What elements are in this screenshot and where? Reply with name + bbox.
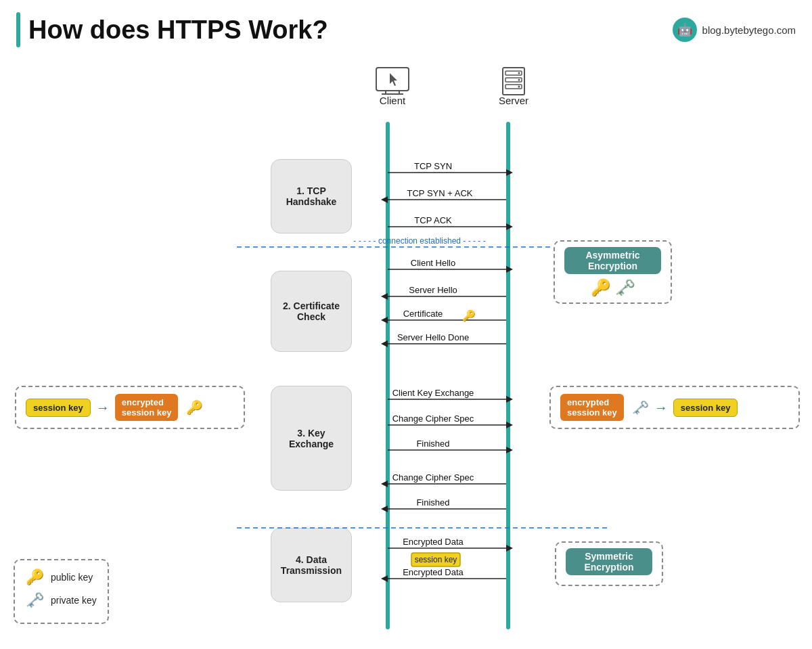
svg-text:TCP SYN: TCP SYN <box>414 161 452 171</box>
step3-label: 3. KeyExchange <box>289 428 334 449</box>
legend-private-key-text: private key <box>51 595 97 606</box>
svg-text:Encrypted  Data: Encrypted Data <box>403 537 464 547</box>
right-private-key-icon: 🗝️ <box>632 399 649 416</box>
public-key-icon-asym: 🔑 <box>591 278 611 297</box>
left-session-arrow-icon: → <box>96 400 110 416</box>
client-vline <box>386 122 390 629</box>
svg-text:session key: session key <box>415 555 457 564</box>
svg-text:TCP ACK: TCP ACK <box>414 215 452 225</box>
svg-text:- - - - - connection establish: - - - - - connection established - - - -… <box>353 236 485 246</box>
right-session-box: encryptedsession key 🗝️ → session key <box>549 386 800 429</box>
step4-box: 4. DataTransmission <box>271 528 352 602</box>
svg-text:Finished: Finished <box>416 439 449 449</box>
brand-text: blog.bytebytego.com <box>702 24 796 36</box>
svg-point-10 <box>518 86 520 88</box>
brand: 🤖 blog.bytebytego.com <box>673 18 796 42</box>
right-session-key-label: session key <box>673 399 738 417</box>
step3-box: 3. KeyExchange <box>271 386 352 491</box>
svg-text:Certificate: Certificate <box>403 309 443 319</box>
legend-public-key-icon: 🔑 <box>26 568 44 586</box>
right-encrypted-session-key: encryptedsession key <box>560 394 624 421</box>
svg-text:Client Key Exchange: Client Key Exchange <box>392 388 474 398</box>
legend-box: 🔑 public key 🗝️ private key <box>14 559 109 624</box>
title-bar: How does HTTPS Work? 🤖 blog.bytebytego.c… <box>0 0 812 47</box>
title-accent <box>16 12 20 47</box>
diagram: Client Server 1. TCPHandshake 2. Certifi… <box>0 54 812 643</box>
server-vline <box>506 122 510 629</box>
right-session-arrow-icon: → <box>654 400 668 416</box>
step1-label: 1. TCPHandshake <box>286 185 337 207</box>
page-title: How does HTTPS Work? <box>28 16 328 45</box>
svg-text:Change Cipher Spec: Change Cipher Spec <box>392 472 474 483</box>
step4-label: 4. DataTransmission <box>281 554 342 576</box>
left-session-box: session key → encryptedsession key 🔑 <box>15 386 245 429</box>
legend-public-key: 🔑 public key <box>26 568 97 586</box>
asymmetric-enc-keys: 🔑 🗝️ <box>564 278 661 297</box>
step2-label: 2. CertificateCheck <box>283 300 340 322</box>
svg-text:Finished: Finished <box>416 497 449 508</box>
symmetric-enc-box: SymmetricEncryption <box>555 541 663 586</box>
legend-public-key-text: public key <box>51 572 93 583</box>
svg-rect-54 <box>411 553 460 566</box>
symmetric-enc-title: SymmetricEncryption <box>566 548 652 575</box>
server-label: Server <box>490 95 537 106</box>
svg-text:🔑: 🔑 <box>462 309 476 322</box>
svg-point-8 <box>518 72 520 74</box>
title-left: How does HTTPS Work? <box>16 12 328 47</box>
svg-text:Server Hello Done: Server Hello Done <box>397 332 469 342</box>
arrows-svg: TCP SYN TCP SYN + ACK TCP ACK - - - - - … <box>0 54 812 643</box>
svg-rect-4 <box>503 68 524 95</box>
step1-box: 1. TCPHandshake <box>271 159 352 233</box>
svg-point-9 <box>518 79 520 81</box>
svg-text:TCP SYN + ACK: TCP SYN + ACK <box>407 188 473 198</box>
left-public-key-icon: 🔑 <box>186 399 203 416</box>
legend-private-key-icon: 🗝️ <box>26 591 44 609</box>
svg-text:Change Cipher Spec: Change Cipher Spec <box>392 413 474 424</box>
page: How does HTTPS Work? 🤖 blog.bytebytego.c… <box>0 0 812 649</box>
asymmetric-enc-box: AsymmetricEncryption 🔑 🗝️ <box>554 240 672 304</box>
svg-marker-3 <box>390 73 397 86</box>
svg-text:Server Hello: Server Hello <box>409 285 457 295</box>
client-label: Client <box>369 95 416 106</box>
left-session-key-label: session key <box>26 399 91 417</box>
asymmetric-enc-title: AsymmetricEncryption <box>564 247 661 274</box>
svg-text:Client Hello: Client Hello <box>411 258 455 268</box>
private-key-icon-asym: 🗝️ <box>615 278 635 297</box>
left-encrypted-session-key: encryptedsession key <box>115 394 179 421</box>
step2-box: 2. CertificateCheck <box>271 271 352 352</box>
brand-logo: 🤖 <box>673 18 697 42</box>
legend-private-key: 🗝️ private key <box>26 591 97 609</box>
svg-text:Encrypted Data: Encrypted Data <box>403 567 464 577</box>
